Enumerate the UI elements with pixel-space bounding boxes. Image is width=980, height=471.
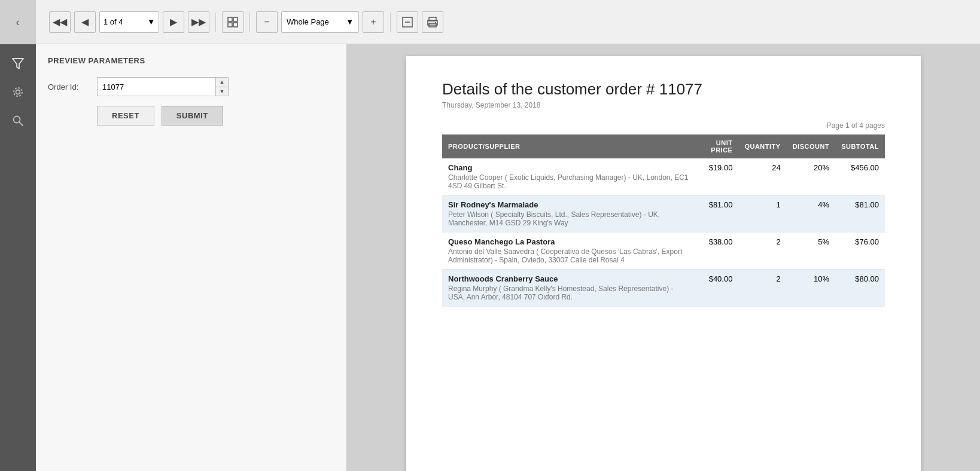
cell-unit-price: $38.00 [695, 233, 738, 270]
svg-marker-10 [13, 59, 23, 69]
svg-point-13 [14, 117, 20, 123]
form-buttons: RESET SUBMIT [48, 106, 334, 126]
cell-product: ChangCharlotte Cooper ( Exotic Liquids, … [442, 158, 695, 195]
cell-subtotal: $80.00 [835, 270, 885, 307]
cell-unit-price: $40.00 [695, 270, 738, 307]
print-button[interactable] [422, 11, 443, 33]
zoom-in-button[interactable]: + [363, 11, 384, 33]
col-product: PRODUCT/SUPPLIER [442, 134, 695, 158]
sidebar [0, 44, 36, 471]
separator-1 [215, 13, 216, 32]
sidebar-search-button[interactable] [6, 109, 30, 133]
order-id-input[interactable] [98, 78, 215, 96]
prev-page-button[interactable]: ◀ [74, 11, 96, 33]
sidebar-filter-button[interactable] [6, 51, 30, 75]
page-selector[interactable]: 1 of 4 ▼ [99, 11, 159, 33]
zoom-selector[interactable]: Whole Page ▼ [281, 11, 359, 33]
next-page-button[interactable]: ▶ [163, 11, 184, 33]
cell-subtotal: $456.00 [835, 158, 885, 195]
zoom-label: Whole Page [287, 17, 329, 26]
cell-quantity: 1 [738, 195, 786, 233]
separator-2 [249, 13, 250, 32]
order-id-row: Order Id: ▲ ▼ [48, 77, 334, 96]
table-header-row: PRODUCT/SUPPLIER UNIT PRICE QUANTITY DIS… [442, 134, 885, 158]
cell-quantity: 2 [738, 270, 786, 307]
cell-discount: 5% [787, 233, 835, 270]
report-page: Details of the customer order # 11077 Th… [406, 56, 921, 471]
panel-title: PREVIEW PARAMETERS [48, 56, 334, 65]
search-icon [11, 114, 25, 127]
fit-button[interactable] [397, 11, 418, 33]
settings-icon [11, 85, 25, 99]
cell-unit-price: $81.00 [695, 195, 738, 233]
cell-quantity: 2 [738, 233, 786, 270]
table-row: Sir Rodney's MarmaladePeter Wilson ( Spe… [442, 195, 885, 233]
zoom-dropdown-icon: ▼ [346, 17, 354, 26]
print-icon [427, 16, 439, 28]
table-row: Northwoods Cranberry SauceRegina Murphy … [442, 270, 885, 307]
svg-line-14 [20, 123, 23, 126]
zoom-out-button[interactable]: − [256, 11, 278, 33]
svg-point-9 [435, 22, 436, 23]
group-icon [227, 16, 239, 28]
cell-discount: 20% [787, 158, 835, 195]
col-discount: DISCOUNT [787, 134, 835, 158]
svg-rect-3 [233, 23, 238, 27]
back-icon: ‹ [16, 16, 20, 29]
cell-quantity: 24 [738, 158, 786, 195]
page-selector-dropdown-icon: ▼ [147, 17, 155, 26]
first-page-button[interactable]: ◀◀ [49, 11, 71, 33]
preview-area: Details of the customer order # 11077 Th… [347, 44, 980, 471]
cell-subtotal: $76.00 [835, 233, 885, 270]
main-area: PREVIEW PARAMETERS Order Id: ▲ ▼ RESET S… [0, 44, 980, 471]
cell-unit-price: $19.00 [695, 158, 738, 195]
svg-rect-2 [228, 23, 232, 27]
order-id-decrement[interactable]: ▼ [216, 87, 228, 96]
toolbar: ‹ ◀◀ ◀ 1 of 4 ▼ ▶ ▶▶ − [0, 0, 980, 44]
group-view-button[interactable] [222, 11, 244, 33]
report-title: Details of the customer order # 11077 [442, 80, 885, 99]
reset-button[interactable]: RESET [97, 106, 154, 126]
col-quantity: QUANTITY [738, 134, 786, 158]
zoom-out-icon: − [264, 17, 269, 27]
table-row: Queso Manchego La PastoraAntonio del Val… [442, 233, 885, 270]
order-id-spinner: ▲ ▼ [215, 78, 228, 96]
page-info-label: 1 of 4 [104, 17, 123, 26]
report-page-num: Page 1 of 4 pages [442, 121, 885, 130]
back-button[interactable]: ‹ [0, 0, 36, 44]
submit-button[interactable]: SUBMIT [162, 106, 223, 126]
last-page-button[interactable]: ▶▶ [188, 11, 209, 33]
separator-3 [390, 13, 391, 32]
col-subtotal: SUBTOTAL [835, 134, 885, 158]
sidebar-settings-button[interactable] [6, 80, 30, 104]
report-date: Thursday, September 13, 2018 [442, 101, 885, 109]
svg-point-11 [16, 90, 20, 94]
cell-subtotal: $81.00 [835, 195, 885, 233]
table-body: ChangCharlotte Cooper ( Exotic Liquids, … [442, 158, 885, 307]
svg-rect-1 [233, 17, 238, 22]
left-panel: PREVIEW PARAMETERS Order Id: ▲ ▼ RESET S… [36, 44, 347, 471]
cell-discount: 4% [787, 195, 835, 233]
order-id-increment[interactable]: ▲ [216, 78, 228, 87]
filter-icon [11, 57, 25, 70]
svg-point-12 [14, 88, 22, 96]
cell-product: Sir Rodney's MarmaladePeter Wilson ( Spe… [442, 195, 695, 233]
col-unit-price: UNIT PRICE [695, 134, 738, 158]
table-row: ChangCharlotte Cooper ( Exotic Liquids, … [442, 158, 885, 195]
zoom-in-icon: + [370, 17, 376, 27]
report-table: PRODUCT/SUPPLIER UNIT PRICE QUANTITY DIS… [442, 134, 885, 307]
cell-discount: 10% [787, 270, 835, 307]
fit-icon [401, 16, 413, 28]
cell-product: Northwoods Cranberry SauceRegina Murphy … [442, 270, 695, 307]
table-header: PRODUCT/SUPPLIER UNIT PRICE QUANTITY DIS… [442, 134, 885, 158]
order-id-label: Order Id: [48, 82, 90, 91]
order-id-input-wrap: ▲ ▼ [97, 77, 229, 96]
svg-rect-0 [228, 17, 232, 22]
cell-product: Queso Manchego La PastoraAntonio del Val… [442, 233, 695, 270]
